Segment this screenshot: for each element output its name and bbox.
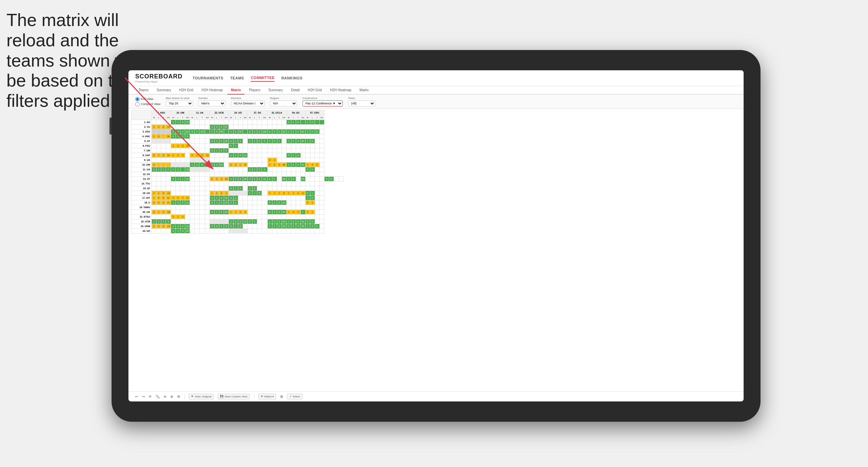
filter-conference-select[interactable]: Pac-12 Conference ▼ (All) xyxy=(303,100,343,106)
sub-t-1: T xyxy=(161,115,166,120)
subnav-h2h-grid[interactable]: H2H Grid xyxy=(176,86,197,95)
expand-icon[interactable]: ⊞ xyxy=(280,395,283,398)
radio-compact-view-input[interactable] xyxy=(135,102,140,106)
nav-teams[interactable]: TEAMS xyxy=(230,75,244,81)
radio-full-view-label: Full View xyxy=(141,97,153,101)
row-label-uv: 12. UV xyxy=(131,172,152,177)
sub-dif-4: Dif xyxy=(224,115,228,120)
tablet-screen: SCOREBOARD Powered by clippd TOURNAMENTS… xyxy=(128,70,744,401)
sub-l-6: L xyxy=(252,115,257,120)
watch-button[interactable]: 👁 Watch ▾ xyxy=(258,394,276,399)
row-label-uaf: 8. UAF xyxy=(131,153,152,158)
redo-icon[interactable]: ↪ xyxy=(142,395,145,398)
tablet-side-button xyxy=(110,118,112,134)
search-icon[interactable]: 🔍 xyxy=(155,395,160,398)
filter-gender-label: Gender xyxy=(198,97,225,100)
logo-area: SCOREBOARD Powered by clippd xyxy=(135,73,183,83)
subnav-matrix[interactable]: Matrix xyxy=(227,86,244,95)
table-row: 9. UA 01 xyxy=(131,158,343,163)
filter-max-teams-select[interactable]: Top 25 Top 50 All xyxy=(166,100,193,106)
filter-team-select[interactable]: (All) xyxy=(348,100,375,106)
filter-division: Division NCAA Division I NCAA Division I… xyxy=(231,97,265,106)
save-icon: 💾 xyxy=(220,395,223,398)
sub-l-7: L xyxy=(272,115,277,120)
filter-max-teams: Max teams in view Top 25 Top 50 All xyxy=(166,97,193,106)
nav-rankings[interactable]: RANKINGS xyxy=(281,75,303,81)
sub-t-7: T xyxy=(277,115,282,120)
sub-w-3: W xyxy=(190,115,195,120)
save-custom-label: Save Custom View xyxy=(224,395,247,398)
undo-icon[interactable]: ↩ xyxy=(135,395,138,398)
subnav-summary[interactable]: Summary xyxy=(153,86,174,95)
filter-region: Region N/A xyxy=(270,97,297,106)
sub-w-2: W xyxy=(171,115,176,120)
sub-w-5: W xyxy=(228,115,233,120)
nav-tournaments[interactable]: TOURNAMENTS xyxy=(193,75,223,81)
radio-compact-view-label: Compact View xyxy=(141,102,161,106)
row-label-uo16: 16. UO xyxy=(131,191,152,196)
sub-l-8: L xyxy=(291,115,296,120)
settings-icon[interactable]: ⚙ xyxy=(177,395,180,398)
radio-full-view[interactable]: Full View xyxy=(135,97,161,101)
sub-t-4: T xyxy=(219,115,224,120)
row-label-fsu: 6. FSU xyxy=(131,144,152,148)
sub-t-6: T xyxy=(257,115,262,120)
table-row: 22. UCB 1303 14012 03 10344 13044 30 xyxy=(131,219,343,224)
table-row: 16. UO 210-14 1201 110 2110 11011 21 xyxy=(131,191,343,196)
sub-w-6: W xyxy=(247,115,252,120)
tablet-frame: SCOREBOARD Powered by clippd TOURNAMENTS… xyxy=(112,50,761,422)
subnav-players[interactable]: Players xyxy=(246,86,264,95)
toolbar-divider-2 xyxy=(254,394,254,399)
sub-w-1: W xyxy=(152,115,156,120)
filter-team: Team (All) xyxy=(348,97,375,106)
view-original-button[interactable]: 👁 View: Original xyxy=(189,394,214,399)
share-button[interactable]: ↗ Share xyxy=(287,394,302,399)
row-label-unc: 4. UNC xyxy=(131,134,152,139)
row-label-git: 17. GIT xyxy=(131,196,152,200)
sub-w-4: W xyxy=(210,115,214,120)
row-label-ug: 20. UG xyxy=(131,210,152,215)
filter-division-select[interactable]: NCAA Division I NCAA Division II NCAA Di… xyxy=(231,100,265,106)
col-su-header: 27. SU xyxy=(247,110,267,115)
save-custom-button[interactable]: 💾 Save Custom View xyxy=(218,394,249,399)
row-label-ua11: 11. UA xyxy=(131,167,152,172)
subnav-h2h-grid2[interactable]: H2H Grid xyxy=(304,86,325,95)
sub-dif-6: Dif xyxy=(262,115,267,120)
table-row: 1. AU 12023 010 10 xyxy=(131,120,343,125)
filter-gender-select[interactable]: Men's Women's xyxy=(198,100,225,106)
matrix-scroll-area[interactable]: 3. ASU 10. UW 11. UA 22. UCB 24. UO 27. … xyxy=(128,109,744,391)
col-uo-header: 24. UO xyxy=(228,110,247,115)
sub-dif-8: Dif xyxy=(300,115,305,120)
zoom-out-icon[interactable]: ⊖ xyxy=(164,395,166,398)
sub-dif-1: Dif xyxy=(166,115,171,120)
sub-t-5: T xyxy=(238,115,243,120)
table-row: 11. UA 0110 1018 3400 30 xyxy=(131,167,343,172)
subnav-h2h-heatmap2[interactable]: H2H Heatmap xyxy=(327,86,355,95)
filter-region-select[interactable]: N/A xyxy=(270,100,297,106)
watch-icon: 👁 xyxy=(261,395,263,398)
sub-l-9: L xyxy=(310,115,315,120)
zoom-in-icon[interactable]: ⊕ xyxy=(170,395,173,398)
col-uw-header: 10. UW xyxy=(171,110,190,115)
radio-full-view-input[interactable] xyxy=(135,97,140,101)
sub-nav: Teams Summary H2H Grid H2H Heatmap Matri… xyxy=(128,86,744,95)
subnav-matrix2[interactable]: Matrix xyxy=(356,86,372,95)
table-row: 18. U 20011 10011 01010 21 01013 51 xyxy=(131,200,343,205)
subnav-teams[interactable]: Teams xyxy=(135,86,152,95)
sub-dif-2: Dif xyxy=(185,115,190,120)
table-row: 19. TAMU xyxy=(131,205,343,210)
table-row: 15. UF 010 10 xyxy=(131,186,343,191)
subnav-detail[interactable]: Detail xyxy=(288,86,303,95)
filter-gender: Gender Men's Women's xyxy=(198,97,225,106)
refresh-icon[interactable]: ⟳ xyxy=(149,395,151,398)
col-ucb-header: 22. UCB xyxy=(210,110,228,115)
row-label-ut5: 5. UT xyxy=(131,139,152,144)
subnav-summary2[interactable]: Summary xyxy=(265,86,286,95)
bottom-toolbar: ↩ ↪ ⟳ 🔍 ⊖ ⊕ ⚙ 👁 View: Original 💾 Save Cu… xyxy=(128,391,744,401)
table-row: 14. TTU xyxy=(131,181,343,186)
radio-compact-view[interactable]: Compact View xyxy=(135,102,161,106)
nav-committee[interactable]: COMMITTEE xyxy=(251,74,275,82)
subnav-h2h-heatmap[interactable]: H2H Heatmap xyxy=(198,86,226,95)
row-label-tamu: 19. TAMU xyxy=(131,205,152,210)
col-asu-header: 3. ASU xyxy=(152,110,171,115)
